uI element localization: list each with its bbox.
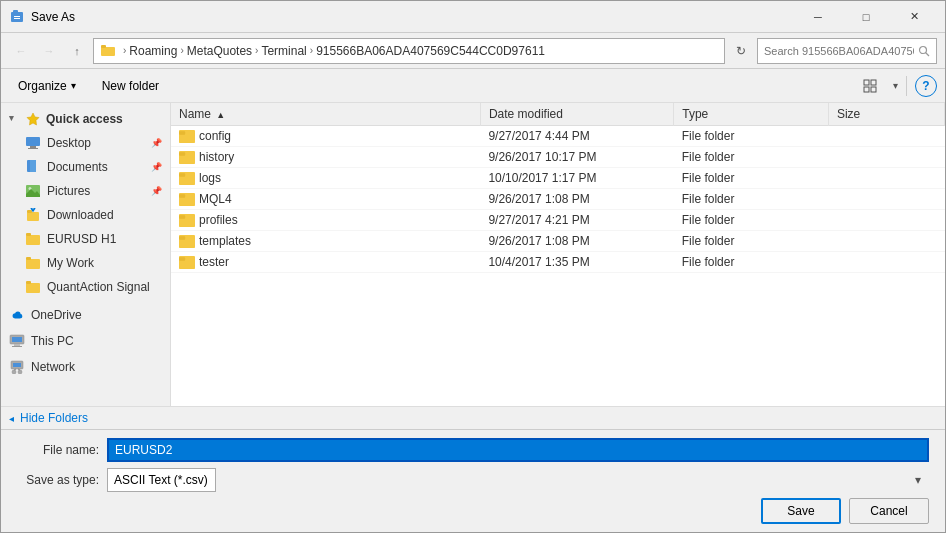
svg-rect-22 [27,212,39,221]
svg-rect-25 [26,235,40,245]
table-row[interactable]: config 9/27/2017 4:44 PM File folder [171,126,945,147]
pin-icon: 📌 [151,186,162,196]
folder-icon [179,130,195,143]
svg-point-38 [18,370,22,374]
svg-rect-15 [30,146,36,148]
svg-rect-34 [12,346,22,347]
downloaded-icon [25,207,41,223]
address-bar: ← → ↑ › Roaming › MetaQuotes › Terminal … [1,33,945,69]
toolbar-separator [906,76,907,96]
svg-rect-54 [179,257,185,261]
sidebar-item-onedrive[interactable]: OneDrive [1,303,170,327]
breadcrumb-folder[interactable]: 915566BA06ADA407569C544CC0D97611 [316,44,545,58]
folder-mywork-icon [25,255,41,271]
forward-button[interactable]: → [37,39,61,63]
column-name[interactable]: Name ▲ [171,103,480,126]
breadcrumb-item [100,43,120,59]
pin-icon: 📌 [151,138,162,148]
svg-rect-23 [27,210,32,213]
svg-rect-27 [26,259,40,269]
table-row[interactable]: profiles 9/27/2017 4:21 PM File folder [171,210,945,231]
save-button[interactable]: Save [761,498,841,524]
sidebar-item-pictures[interactable]: Pictures 📌 [1,179,170,203]
svg-rect-6 [101,45,106,48]
button-row: Save Cancel [17,498,929,524]
toolbar: Organize ▾ New folder ▾ ? [1,69,945,103]
svg-rect-50 [179,215,185,219]
quick-access-icon [25,111,41,127]
table-row[interactable]: logs 10/10/2017 1:17 PM File folder [171,168,945,189]
column-type[interactable]: Type [674,103,829,126]
main-content: ▾ Quick access Desktop 📌 [1,103,945,406]
cancel-button[interactable]: Cancel [849,498,929,524]
table-row[interactable]: history 9/26/2017 10:17 PM File folder [171,147,945,168]
folder-icon [179,172,195,185]
table-row[interactable]: MQL4 9/26/2017 1:08 PM File folder [171,189,945,210]
save-as-dialog: Save As ─ □ ✕ ← → ↑ › Roaming › MetaQuot… [0,0,946,533]
svg-point-37 [12,370,16,374]
svg-rect-12 [871,87,876,92]
svg-rect-48 [179,194,185,198]
sidebar-item-downloaded[interactable]: Downloaded [1,203,170,227]
breadcrumb[interactable]: › Roaming › MetaQuotes › Terminal › 9155… [93,38,725,64]
sidebar-item-network[interactable]: Network [1,355,170,379]
maximize-button[interactable]: □ [843,1,889,33]
savetype-select[interactable]: ASCII Text (*.csv) [107,468,216,492]
table-row[interactable]: templates 9/26/2017 1:08 PM File folder [171,231,945,252]
sidebar-item-documents[interactable]: Documents 📌 [1,155,170,179]
pin-icon: 📌 [151,162,162,172]
svg-rect-24 [33,208,34,211]
svg-rect-14 [26,137,40,146]
folder-icon [179,214,195,227]
pictures-icon [25,183,41,199]
folder-icon [179,193,195,206]
close-button[interactable]: ✕ [891,1,937,33]
minimize-button[interactable]: ─ [795,1,841,33]
search-input[interactable] [764,45,914,57]
dialog-title: Save As [31,10,795,24]
table-row[interactable]: tester 10/4/2017 1:35 PM File folder [171,252,945,273]
breadcrumb-terminal[interactable]: Terminal [261,44,306,58]
back-button[interactable]: ← [9,39,33,63]
column-date[interactable]: Date modified [480,103,673,126]
svg-rect-9 [864,80,869,85]
svg-rect-1 [13,10,18,13]
folder-icon [179,235,195,248]
search-icon [918,45,930,57]
svg-rect-3 [14,18,20,19]
breadcrumb-metaquotes[interactable]: MetaQuotes [187,44,252,58]
filename-input[interactable] [107,438,929,462]
sidebar-item-eurusd[interactable]: EURUSD H1 [1,227,170,251]
column-size[interactable]: Size [828,103,944,126]
svg-rect-36 [13,363,21,367]
sidebar-item-desktop[interactable]: Desktop 📌 [1,131,170,155]
view-button[interactable] [855,74,885,98]
hide-folders-label[interactable]: Hide Folders [20,411,88,425]
sidebar-item-thispc[interactable]: This PC [1,329,170,353]
quick-access-header[interactable]: ▾ Quick access [1,107,170,131]
svg-rect-28 [26,257,31,260]
new-folder-button[interactable]: New folder [93,74,168,98]
organize-button[interactable]: Organize ▾ [9,74,85,98]
breadcrumb-roaming[interactable]: Roaming [129,44,177,58]
svg-rect-42 [179,131,185,135]
up-button[interactable]: ↑ [65,39,89,63]
help-button[interactable]: ? [915,75,937,97]
search-bar[interactable] [757,38,937,64]
onedrive-icon [9,307,25,323]
view-dropdown-arrow: ▾ [893,80,898,91]
refresh-button[interactable]: ↻ [729,38,753,64]
svg-rect-30 [26,281,31,284]
svg-rect-29 [26,283,40,293]
file-area: Name ▲ Date modified Type Size [171,103,945,406]
sidebar-item-mywork[interactable]: My Work [1,251,170,275]
svg-point-7 [920,46,927,53]
savetype-row: Save as type: ASCII Text (*.csv) [17,468,929,492]
svg-rect-46 [179,173,185,177]
svg-rect-44 [179,152,185,156]
svg-rect-11 [864,87,869,92]
sidebar-item-quantaction[interactable]: QuantAction Signal [1,275,170,299]
thispc-icon [9,333,25,349]
folder-icon [179,256,195,269]
svg-rect-32 [12,337,22,342]
